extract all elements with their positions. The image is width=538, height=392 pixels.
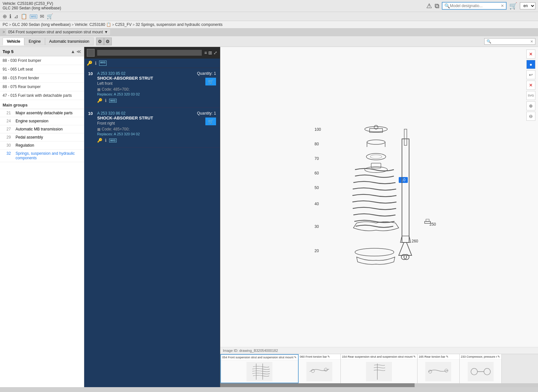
part-0-wis-icon[interactable]: WIS [109, 99, 117, 103]
tab-vehicle[interactable]: Vehicle [3, 38, 24, 45]
part-1-key-icon[interactable]: 🔑 [97, 138, 102, 143]
breadcrumb-sub-item[interactable]: 054 Front suspension strut and suspensio… [6, 29, 110, 35]
cart-add-icon[interactable]: 🛒 [509, 2, 517, 10]
group-label-32: Springs, suspension and hydraulic compon… [16, 151, 81, 160]
part-1-add-to-cart[interactable]: 🛒 [205, 118, 216, 125]
toolbar-right: 🔍 ✕ [484, 38, 535, 45]
part-0-info-icon[interactable]: ℹ [105, 98, 107, 103]
part-1-wis-icon[interactable]: WIS [109, 139, 117, 142]
group-label-24: Engine suspension [16, 119, 48, 123]
parts-panel-search[interactable] [97, 50, 202, 56]
thumb-4-svg [468, 362, 494, 381]
group-item-30[interactable]: 30 Regulation [0, 141, 84, 150]
filter-icon[interactable]: ⊿ [14, 13, 18, 19]
top5-collapse-icon[interactable]: ▲ [71, 49, 75, 54]
diagram-color-btn[interactable]: ● [526, 60, 535, 69]
model-search-input[interactable] [450, 4, 501, 8]
tab-icon-2[interactable]: ⚙ [104, 38, 112, 45]
toolbar-search-clear[interactable]: ✕ [530, 39, 533, 44]
svg-rect-33 [306, 362, 332, 381]
top5-item-3[interactable]: 88 - 075 Rear bumper [0, 83, 84, 91]
cart-icon[interactable]: 🛒 [47, 13, 53, 19]
part-0-table-icon[interactable]: ▦ [97, 87, 100, 92]
mail-icon[interactable]: ✉ [40, 13, 44, 19]
diagram-history-btn[interactable]: ↩ [526, 70, 535, 79]
breadcrumb-fv[interactable]: C253_FV [115, 22, 132, 27]
right-section: 100 80 70 60 50 40 30 20 10 250 [220, 47, 538, 387]
group-num-24: 24 [6, 119, 13, 123]
parts-search-input[interactable] [99, 50, 200, 55]
part-1-info-icon[interactable]: ℹ [105, 138, 107, 143]
grid-view-icon[interactable]: ⊞ [208, 50, 212, 55]
part-1-qty: 1 [214, 111, 216, 116]
group-item-21[interactable]: 21 Major assembly detachable parts [0, 109, 84, 117]
thumbnail-3[interactable]: 165 Rear torsion bar ✎ [418, 354, 460, 383]
part-1-table-icon[interactable]: ▦ [97, 127, 100, 131]
top5-item-1[interactable]: 91 - 065 Left seat [0, 65, 84, 74]
part-0-qty: 1 [214, 71, 216, 76]
parts-info-icon[interactable]: ℹ [95, 61, 97, 66]
diagram-x-btn[interactable]: ✕ [526, 81, 535, 90]
part-1-qty-control: Quantity: 1 [197, 111, 216, 116]
bottom-scrollbar[interactable] [220, 383, 538, 387]
breadcrumb-vehicle[interactable]: Vehicle: C253180 📋 [75, 22, 111, 27]
zoom-out-diagram-btn[interactable]: ⊖ [526, 112, 535, 121]
toolbar-search[interactable]: 🔍 ✕ [484, 38, 535, 45]
breadcrumb-pc[interactable]: PC [3, 22, 8, 27]
scrollbar-thumb[interactable] [220, 383, 415, 387]
part-0-key-icon[interactable]: 🔑 [97, 98, 102, 103]
tab-engine[interactable]: Engine [24, 38, 45, 45]
part-1-desc: Front right [97, 121, 194, 126]
zoom-in-icon[interactable]: ⊕ [3, 13, 7, 19]
group-item-29[interactable]: 29 Pedal assembly [0, 133, 84, 141]
svg-text:260: 260 [412, 239, 418, 243]
tab-icon-1[interactable]: ⚙ [96, 38, 104, 45]
group-item-27[interactable]: 27 Automatic MB transmission [0, 125, 84, 133]
thumbnail-1[interactable]: 060 Front torsion bar ✎ [299, 354, 341, 383]
wis-icon[interactable]: WIS [30, 15, 37, 18]
clear-search-icon[interactable]: ✕ [501, 4, 504, 8]
thumbnail-0-edit-icon[interactable]: ✎ [294, 356, 297, 359]
expand-view-icon[interactable]: ⤢ [213, 50, 217, 55]
top5-item-2[interactable]: 88 - 015 Front fender [0, 74, 84, 83]
thumbnail-2-edit-icon[interactable]: ✎ [413, 355, 416, 358]
part-0-add-to-cart[interactable]: 🛒 [205, 78, 216, 85]
header-left: Vehicle: C253180 (C253_FV) GLC 260 Sedan… [3, 1, 61, 10]
parts-wis-icon[interactable]: WIS [99, 61, 107, 66]
breadcrumb-32[interactable]: 32 Springs, suspension and hydraulic com… [136, 22, 223, 27]
copy-icon[interactable]: ⧉ [435, 2, 439, 10]
parts-key-icon[interactable]: 🔑 [87, 61, 92, 66]
part-0-qty-control: Quantity: 1 [197, 71, 216, 76]
diagram-svg-btn[interactable]: SVG [526, 91, 535, 100]
zoom-in-diagram-btn[interactable]: ⊕ [526, 101, 535, 110]
list-view-icon[interactable]: ≡ [204, 50, 207, 55]
thumbnail-1-edit-icon[interactable]: ✎ [327, 355, 330, 358]
image-panel: 100 80 70 60 50 40 30 20 10 250 [220, 47, 538, 354]
close-diagram-btn[interactable]: ✕ [526, 50, 535, 59]
warning-icon[interactable]: ⚠ [426, 2, 432, 10]
vehicle-model: GLC 260 Sedan (long wheelbase) [3, 6, 61, 10]
thumbnail-3-edit-icon[interactable]: ✎ [446, 355, 449, 358]
dropdown-arrow-icon[interactable]: ▼ [104, 30, 108, 34]
tab-automatic-transmission[interactable]: Automatic transmission [45, 38, 94, 45]
thumbnail-0[interactable]: 054 Front suspension strut and suspensio… [220, 354, 299, 383]
thumbnail-2[interactable]: 154 Rear suspension strut and suspension… [341, 354, 418, 383]
toolbar-search-input[interactable] [491, 39, 530, 44]
thumbnail-4-edit-icon[interactable]: ✎ [498, 355, 500, 358]
top5-item-0[interactable]: 88 - 030 Front bumper [0, 56, 84, 65]
language-selector[interactable]: en [520, 2, 535, 9]
thumbnail-4[interactable]: 233 Compressor, pressure r ✎ [460, 354, 502, 383]
top5-expand-icon[interactable]: ≪ [76, 49, 81, 54]
parts-panel-icons-row: 🔑 ℹ WIS [84, 59, 220, 68]
group-num-32: 32 [6, 151, 13, 160]
model-search-box[interactable]: 🔍 ✕ [442, 2, 507, 10]
part-1-code[interactable]: A 253 320 86 02 [97, 111, 194, 116]
thumbnail-3-img [418, 360, 459, 383]
group-item-32[interactable]: 32 Springs, suspension and hydraulic com… [0, 150, 84, 162]
group-item-24[interactable]: 24 Engine suspension [0, 117, 84, 125]
breadcrumb-glc[interactable]: GLC 260 Sedan (long wheelbase) [12, 22, 71, 27]
part-0-code[interactable]: A 253 320 85 02 [97, 71, 194, 76]
doc-icon[interactable]: 📋 [21, 13, 27, 19]
info-icon[interactable]: ℹ [9, 13, 11, 19]
top5-item-4[interactable]: 47 - 015 Fuel tank with detachable parts [0, 91, 84, 100]
